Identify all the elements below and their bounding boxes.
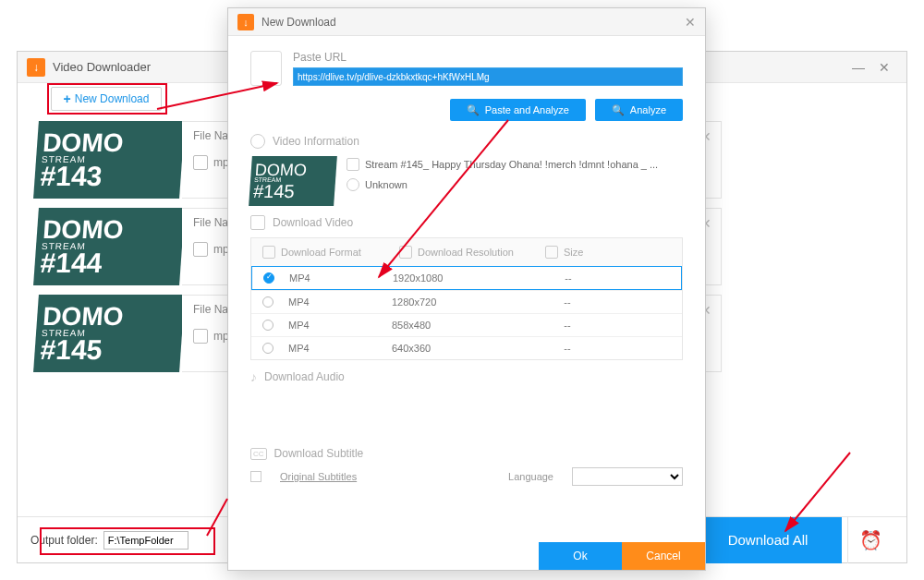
new-download-dialog: ↓ New Download ✕ Paste URL 🔍 Paste and A… xyxy=(227,7,706,571)
dialog-footer: Ok Cancel xyxy=(228,542,705,570)
format-icon xyxy=(193,242,208,257)
output-folder-input[interactable] xyxy=(103,531,188,550)
radio-icon xyxy=(262,296,274,308)
minimize-button[interactable]: — xyxy=(845,54,871,80)
app-title: Video Downloader xyxy=(53,60,151,74)
app-logo-icon: ↓ xyxy=(27,58,45,77)
dialog-close-button[interactable]: ✕ xyxy=(685,15,696,30)
radio-icon xyxy=(262,343,274,354)
url-input[interactable] xyxy=(293,67,683,86)
format-table: Download Format Download Resolution Size… xyxy=(250,237,683,360)
video-info-header: Video Information xyxy=(250,134,683,149)
info-icon xyxy=(250,134,265,149)
radio-icon xyxy=(262,320,274,331)
language-label: Language xyxy=(508,471,553,482)
download-all-button[interactable]: Download All xyxy=(694,517,842,563)
original-subtitles-label: Original Subtitles xyxy=(280,471,357,482)
radio-icon xyxy=(263,272,274,284)
format-icon xyxy=(193,155,208,170)
search-icon: 🔍 xyxy=(467,104,480,116)
duration-value: Unknown xyxy=(365,179,407,190)
language-select[interactable] xyxy=(572,467,683,486)
download-icon xyxy=(250,215,265,230)
cc-icon: CC xyxy=(250,448,267,460)
new-download-button[interactable]: + New Download xyxy=(51,87,162,111)
format-row[interactable]: MP4 640x360 -- xyxy=(251,336,682,359)
paste-url-label: Paste URL xyxy=(293,51,683,64)
download-video-header: Download Video xyxy=(250,215,683,230)
audio-icon: ♪ xyxy=(250,369,257,384)
search-icon: 🔍 xyxy=(612,104,625,116)
col-size: Size xyxy=(564,247,583,258)
clipboard-icon xyxy=(250,51,282,86)
stream-title: Stream #145_ Happy Thursday Ohana! !merc… xyxy=(365,159,658,170)
paste-and-analyze-button[interactable]: 🔍 Paste and Analyze xyxy=(450,99,586,121)
format-row[interactable]: MP4 858x480 -- xyxy=(251,313,682,336)
title-icon xyxy=(346,158,359,171)
analyze-button[interactable]: 🔍 Analyze xyxy=(595,99,683,121)
new-download-label: New Download xyxy=(75,92,150,105)
resolution-header-icon xyxy=(399,246,412,259)
cancel-button[interactable]: Cancel xyxy=(622,542,705,570)
plus-icon: + xyxy=(64,91,71,106)
format-row[interactable]: MP4 1920x1080 -- xyxy=(251,266,682,290)
dialog-logo-icon: ↓ xyxy=(237,14,254,30)
dialog-title: New Download xyxy=(261,16,336,29)
size-header-icon xyxy=(545,246,558,259)
video-thumbnail: DOMO STREAM #143 xyxy=(33,121,185,199)
download-subtitle-header: CC Download Subtitle xyxy=(250,447,683,460)
schedule-icon[interactable]: ⏰ xyxy=(847,517,894,563)
col-resolution: Download Resolution xyxy=(418,247,514,258)
close-window-button[interactable]: ✕ xyxy=(871,54,897,80)
dialog-titlebar: ↓ New Download ✕ xyxy=(228,8,705,36)
download-audio-header: ♪ Download Audio xyxy=(250,369,683,384)
clock-icon xyxy=(346,178,359,191)
video-thumbnail: DOMO STREAM #145 xyxy=(249,156,337,206)
ok-button[interactable]: Ok xyxy=(539,542,622,570)
format-icon xyxy=(193,329,208,344)
format-header-icon xyxy=(262,246,275,259)
format-row[interactable]: MP4 1280x720 -- xyxy=(251,290,682,313)
video-thumbnail: DOMO STREAM #145 xyxy=(33,295,185,372)
original-subtitles-checkbox[interactable] xyxy=(250,471,261,482)
output-folder-label: Output folder: xyxy=(30,534,98,547)
video-thumbnail: DOMO STREAM #144 xyxy=(33,208,185,285)
col-format: Download Format xyxy=(281,247,361,258)
